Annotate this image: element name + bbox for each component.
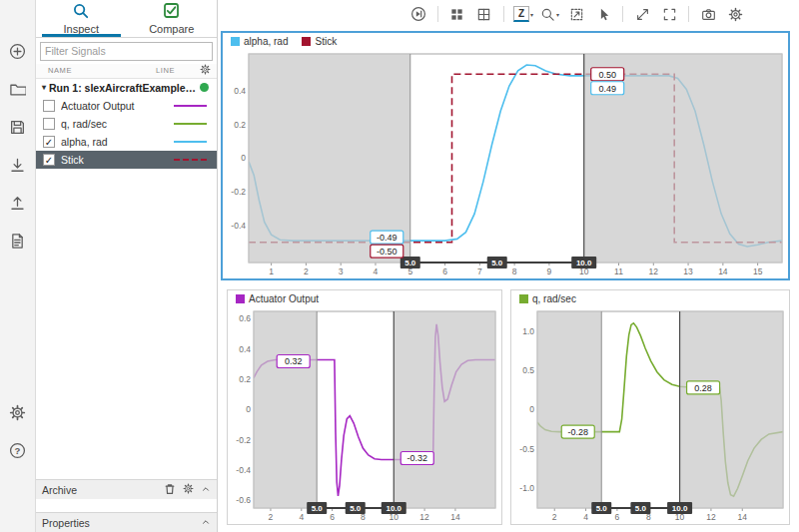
y-tick-label: 0.6 [239,313,251,323]
signal-list: Actuator Outputq, rad/sec✓alpha, rad✓Sti… [36,97,217,169]
archive-gear-icon[interactable] [183,483,194,496]
trash-icon[interactable] [164,483,176,497]
cursor-value: -0.49 [377,233,398,243]
x-tick-label: 15 [753,266,763,276]
layout-subplots-icon[interactable] [474,4,494,24]
y-tick-label: -1.0 [519,483,534,493]
properties-label: Properties [42,517,194,529]
signal-checkbox[interactable] [43,100,55,112]
plot-legend: alpha, radStick [223,33,788,49]
cursor1-time-badge-label: 5.0 [596,504,608,513]
save-icon[interactable] [7,116,29,138]
legend-swatch-icon [302,37,311,46]
x-tick-label: 6 [442,266,447,276]
cursor-value: -0.32 [407,453,428,463]
plot-panel-actuator-output[interactable]: Actuator Output 0.60.40.20-0.2-0.4-0.624… [227,289,502,525]
y-tick-label: -0.2 [236,435,251,445]
cursor2-time-badge-label: 10.0 [672,504,688,513]
signal-row-q-rad-sec[interactable]: q, rad/sec [36,115,217,133]
import-icon[interactable] [7,154,29,176]
expand-icon[interactable] [632,4,652,24]
signal-name: Stick [61,154,168,166]
dim-region-right [680,311,783,508]
cursor-value: 0.28 [694,383,712,393]
cursor-delta-badge-label: 5.0 [491,259,503,267]
dim-region-left [537,311,601,508]
export-icon[interactable] [7,192,29,214]
x-tick-label: 9 [547,266,552,276]
y-tick-label: 0.4 [239,344,251,354]
x-tick-label: 2 [552,512,557,522]
signal-checkbox[interactable]: ✓ [43,154,55,166]
signal-row-actuator-output[interactable]: Actuator Output [36,97,217,115]
archive-label: Archive [42,484,157,496]
column-name: NAME [42,66,156,75]
x-tick-label: 11 [614,266,623,276]
y-tick-label: -0.4 [231,221,246,231]
zoom-time-button[interactable]: Z▾ [513,6,533,22]
fit-to-view-icon[interactable] [566,4,586,24]
help-icon[interactable]: ? [7,439,29,461]
tab-inspect[interactable]: Inspect [36,0,127,37]
preferences-gear-icon[interactable] [7,401,29,423]
zoom-time-label: Z [513,6,529,22]
legend-item[interactable]: Actuator Output [236,293,319,304]
signal-checkbox[interactable] [43,118,55,130]
run-expand-caret-icon[interactable]: ▾ [42,83,46,92]
legend-label: Stick [315,36,337,47]
step-forward-icon[interactable] [408,4,428,24]
archive-bar[interactable]: Archive [36,479,217,499]
create-report-icon[interactable] [7,230,29,252]
y-tick-label: 0 [241,153,246,163]
legend-swatch-icon [236,294,245,303]
snapshot-camera-icon[interactable] [698,4,718,24]
filter-row [36,38,217,64]
y-tick-label: 0.4 [234,86,246,96]
cursor-value: -0.28 [567,427,588,437]
add-icon[interactable] [7,40,29,62]
plot-panel-alpha-stick[interactable]: alpha, radStick 0.40.20-0.2-0.4123456789… [221,31,790,280]
plot-canvas-alpha-stick[interactable]: 0.40.20-0.2-0.41234567891011121314155.05… [223,49,788,278]
signal-row-stick[interactable]: ✓Stick [36,151,217,169]
zoom-dropdown-button[interactable]: ▾ [540,7,559,22]
archive-chevron-up-icon[interactable] [201,484,211,496]
x-tick-label: 7 [477,266,482,276]
plot-canvas-q[interactable]: 1.00.50-0.5-1.024681012145.05.010.0-0.28… [511,306,789,524]
filter-signals-input[interactable] [40,42,213,61]
layout-grid-icon[interactable] [447,4,467,24]
dim-region-left [254,311,317,508]
plot-legend: q, rad/sec [511,290,789,306]
tab-compare[interactable]: Compare [127,0,218,37]
x-tick-label: 14 [718,266,728,276]
x-tick-label: 13 [683,266,693,276]
plot-legend: Actuator Output [228,290,501,306]
x-tick-label: 1 [269,266,274,276]
archive-content-empty [36,499,217,512]
signal-table-header: NAME LINE [36,64,217,79]
signal-line-sample-icon [174,105,207,107]
search-icon [72,2,90,22]
dim-region-right [394,311,495,508]
legend-item[interactable]: q, rad/sec [519,293,576,304]
signal-name: Actuator Output [61,100,168,112]
cursor-value: 0.49 [598,84,616,94]
plot-canvas-actuator-output[interactable]: 0.60.40.20-0.2-0.4-0.624681012145.05.010… [228,306,501,524]
fullscreen-icon[interactable] [659,4,679,24]
plot-panel-q[interactable]: q, rad/sec 1.00.50-0.5-1.024681012145.05… [510,289,790,525]
run-status-green-dot-icon [200,83,209,92]
run-row[interactable]: ▾ Run 1: slexAircraftExample [Current] [36,79,217,97]
y-tick-label: -0.2 [231,187,246,197]
signal-checkbox[interactable]: ✓ [43,136,55,148]
plot-settings-gear-icon[interactable] [725,4,745,24]
cursor-delta-badge-label: 5.0 [635,504,647,513]
x-tick-label: 6 [615,512,620,522]
toolbar-separator [688,6,689,22]
table-gear-icon[interactable] [200,64,211,77]
legend-item[interactable]: Stick [302,36,337,47]
properties-bar[interactable]: Properties [36,512,217,532]
pointer-icon[interactable] [593,4,613,24]
signal-row-alpha-rad[interactable]: ✓alpha, rad [36,133,217,151]
properties-chevron-up-icon[interactable] [201,517,211,529]
legend-item[interactable]: alpha, rad [231,36,288,47]
open-folder-icon[interactable] [7,78,29,100]
